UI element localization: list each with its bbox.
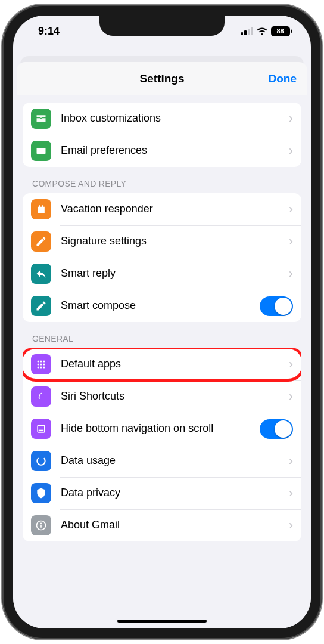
- row-inbox-customizations[interactable]: Inbox customizations ›: [23, 103, 301, 135]
- notch: [99, 16, 225, 36]
- chevron-right-icon: ›: [289, 518, 293, 533]
- row-label: Smart compose: [61, 299, 260, 312]
- svg-point-13: [40, 523, 42, 524]
- row-vacation-responder[interactable]: Vacation responder ›: [23, 193, 301, 225]
- row-label: Inbox customizations: [61, 112, 284, 125]
- svg-point-2: [43, 361, 45, 363]
- wifi-icon: [257, 27, 267, 35]
- row-signature-settings[interactable]: Signature settings ›: [23, 225, 301, 258]
- inbox-customizations-icon: [31, 109, 51, 129]
- phone-screen: 9:14 88 Settings Done: [13, 16, 311, 628]
- chevron-right-icon: ›: [289, 143, 293, 159]
- status-icons: 88: [241, 26, 292, 36]
- row-label: Hide bottom navigation on scroll: [61, 422, 260, 435]
- settings-scroll[interactable]: Inbox customizations › Email preferences…: [13, 95, 311, 619]
- data-privacy-icon: [31, 483, 51, 503]
- cellular-signal-icon: [241, 27, 253, 35]
- about-gmail-icon: [31, 515, 51, 535]
- chevron-right-icon: ›: [289, 453, 293, 469]
- row-about-gmail[interactable]: About Gmail ›: [23, 509, 301, 541]
- svg-point-8: [43, 367, 45, 369]
- chevron-right-icon: ›: [289, 111, 293, 126]
- nav-header: Settings Done: [17, 62, 307, 95]
- group-general: Default apps › Siri Shortcuts › Hide bot…: [23, 348, 301, 541]
- default-apps-icon: [31, 354, 51, 374]
- svg-point-11: [36, 456, 47, 467]
- svg-point-7: [40, 367, 42, 369]
- smart-reply-icon: [31, 264, 51, 284]
- row-default-apps[interactable]: Default apps ›: [23, 348, 301, 380]
- section-header-compose: COMPOSE AND REPLY: [23, 167, 301, 193]
- battery-level: 88: [271, 26, 290, 36]
- smart-compose-icon: [31, 296, 51, 316]
- signature-settings-icon: [31, 231, 51, 252]
- vacation-responder-icon: [31, 199, 51, 219]
- chevron-right-icon: ›: [289, 202, 293, 217]
- email-preferences-icon: [31, 141, 51, 161]
- section-header-general: GENERAL: [23, 322, 301, 348]
- svg-point-5: [43, 364, 45, 366]
- chevron-right-icon: ›: [289, 485, 293, 501]
- row-hide-bottom-nav[interactable]: Hide bottom navigation on scroll: [23, 413, 301, 445]
- phone-frame: 9:14 88 Settings Done: [2, 5, 322, 639]
- hide-bottom-nav-icon: [31, 419, 51, 439]
- row-email-preferences[interactable]: Email preferences ›: [23, 135, 301, 167]
- hide-bottom-nav-toggle[interactable]: [260, 419, 293, 439]
- svg-point-0: [38, 361, 39, 363]
- row-siri-shortcuts[interactable]: Siri Shortcuts ›: [23, 380, 301, 413]
- sheet-background-edge: [13, 47, 311, 62]
- chevron-right-icon: ›: [289, 357, 293, 372]
- smart-compose-toggle[interactable]: [260, 296, 293, 316]
- row-label: Data privacy: [61, 487, 284, 500]
- group-view: Inbox customizations › Email preferences…: [23, 103, 301, 167]
- row-label: Siri Shortcuts: [61, 390, 284, 403]
- row-label: Vacation responder: [61, 203, 284, 216]
- svg-point-4: [40, 364, 42, 366]
- siri-shortcuts-icon: [31, 386, 51, 407]
- status-time: 9:14: [38, 25, 60, 38]
- svg-point-1: [40, 361, 42, 363]
- row-data-privacy[interactable]: Data privacy ›: [23, 477, 301, 509]
- done-button[interactable]: Done: [269, 72, 297, 85]
- row-label: Email preferences: [61, 144, 284, 157]
- chevron-right-icon: ›: [289, 234, 293, 249]
- group-compose: Vacation responder › Signature settings …: [23, 193, 301, 322]
- row-label: Signature settings: [61, 235, 284, 248]
- data-usage-icon: [31, 451, 51, 471]
- svg-rect-14: [40, 525, 42, 528]
- svg-rect-10: [39, 430, 43, 432]
- row-smart-compose[interactable]: Smart compose: [23, 290, 301, 322]
- battery-icon: 88: [271, 26, 292, 36]
- page-title: Settings: [140, 72, 185, 85]
- row-smart-reply[interactable]: Smart reply ›: [23, 258, 301, 290]
- svg-point-3: [38, 364, 39, 366]
- chevron-right-icon: ›: [289, 389, 293, 404]
- home-indicator[interactable]: [117, 620, 207, 623]
- row-data-usage[interactable]: Data usage ›: [23, 445, 301, 477]
- row-label: Default apps: [61, 358, 284, 371]
- row-label: Smart reply: [61, 267, 284, 280]
- row-label: Data usage: [61, 454, 284, 467]
- svg-point-6: [38, 367, 39, 369]
- row-label: About Gmail: [61, 519, 284, 532]
- chevron-right-icon: ›: [289, 266, 293, 281]
